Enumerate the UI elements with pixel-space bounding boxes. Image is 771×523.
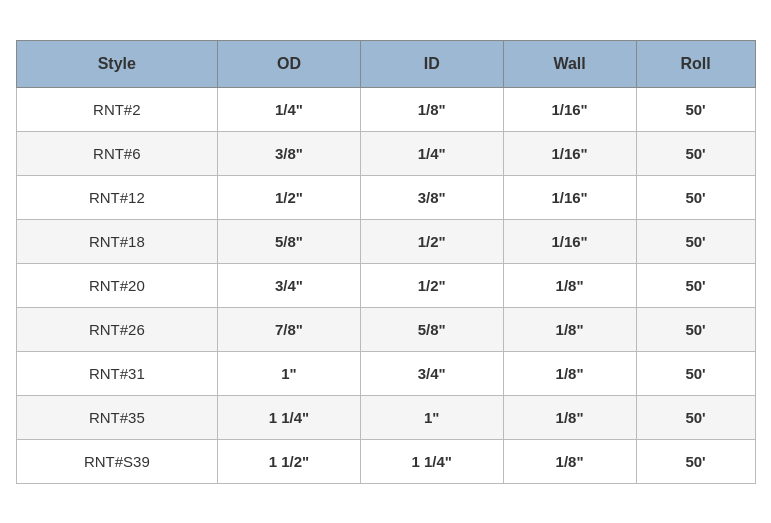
cell-od: 1 1/4"	[218, 395, 361, 439]
table-row: RNT#311"3/4"1/8"50'	[16, 351, 755, 395]
cell-od: 3/4"	[218, 263, 361, 307]
header-style: Style	[16, 40, 218, 87]
table-row: RNT#185/8"1/2"1/16"50'	[16, 219, 755, 263]
cell-id: 1/2"	[360, 263, 503, 307]
cell-od: 1/4"	[218, 87, 361, 131]
cell-roll: 50'	[636, 307, 755, 351]
cell-wall: 1/8"	[503, 351, 636, 395]
cell-id: 1/8"	[360, 87, 503, 131]
cell-wall: 1/16"	[503, 175, 636, 219]
cell-od: 1/2"	[218, 175, 361, 219]
cell-roll: 50'	[636, 395, 755, 439]
cell-roll: 50'	[636, 263, 755, 307]
table-row: RNT#21/4"1/8"1/16"50'	[16, 87, 755, 131]
cell-od: 1"	[218, 351, 361, 395]
table-row: RNT#267/8"5/8"1/8"50'	[16, 307, 755, 351]
cell-od: 5/8"	[218, 219, 361, 263]
cell-roll: 50'	[636, 351, 755, 395]
cell-roll: 50'	[636, 439, 755, 483]
cell-wall: 1/8"	[503, 439, 636, 483]
cell-wall: 1/8"	[503, 263, 636, 307]
cell-roll: 50'	[636, 131, 755, 175]
table-row: RNT#63/8"1/4"1/16"50'	[16, 131, 755, 175]
cell-id: 1/4"	[360, 131, 503, 175]
cell-style: RNT#S39	[16, 439, 218, 483]
table-header-row: Style OD ID Wall Roll	[16, 40, 755, 87]
cell-wall: 1/16"	[503, 219, 636, 263]
cell-id: 1 1/4"	[360, 439, 503, 483]
cell-style: RNT#35	[16, 395, 218, 439]
cell-wall: 1/16"	[503, 131, 636, 175]
header-roll: Roll	[636, 40, 755, 87]
header-od: OD	[218, 40, 361, 87]
cell-id: 1/2"	[360, 219, 503, 263]
table-row: RNT#121/2"3/8"1/16"50'	[16, 175, 755, 219]
cell-style: RNT#12	[16, 175, 218, 219]
cell-roll: 50'	[636, 175, 755, 219]
cell-roll: 50'	[636, 219, 755, 263]
cell-roll: 50'	[636, 87, 755, 131]
cell-wall: 1/8"	[503, 307, 636, 351]
cell-id: 3/8"	[360, 175, 503, 219]
cell-style: RNT#26	[16, 307, 218, 351]
cell-od: 3/8"	[218, 131, 361, 175]
table-row: RNT#203/4"1/2"1/8"50'	[16, 263, 755, 307]
cell-style: RNT#2	[16, 87, 218, 131]
table-container: Style OD ID Wall Roll RNT#21/4"1/8"1/16"…	[16, 40, 756, 484]
cell-id: 1"	[360, 395, 503, 439]
cell-id: 5/8"	[360, 307, 503, 351]
header-wall: Wall	[503, 40, 636, 87]
cell-style: RNT#18	[16, 219, 218, 263]
cell-od: 1 1/2"	[218, 439, 361, 483]
cell-wall: 1/16"	[503, 87, 636, 131]
cell-style: RNT#20	[16, 263, 218, 307]
table-row: RNT#S391 1/2"1 1/4"1/8"50'	[16, 439, 755, 483]
cell-od: 7/8"	[218, 307, 361, 351]
cell-wall: 1/8"	[503, 395, 636, 439]
cell-id: 3/4"	[360, 351, 503, 395]
table-row: RNT#351 1/4"1"1/8"50'	[16, 395, 755, 439]
header-id: ID	[360, 40, 503, 87]
cell-style: RNT#6	[16, 131, 218, 175]
cell-style: RNT#31	[16, 351, 218, 395]
specifications-table: Style OD ID Wall Roll RNT#21/4"1/8"1/16"…	[16, 40, 756, 484]
